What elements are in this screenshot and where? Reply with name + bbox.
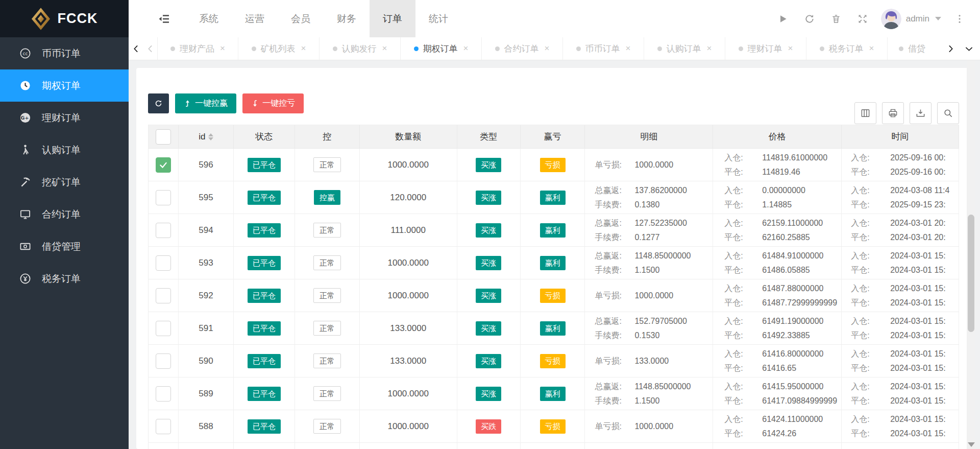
sidebar-item-5[interactable]: 合约订单 <box>0 198 129 230</box>
status-badge: 已平仓 <box>248 387 281 401</box>
header-cell-ctl: 控 <box>295 125 360 149</box>
trash-icon[interactable] <box>823 0 849 37</box>
sidebar-item-0[interactable]: cc币币订单 <box>0 37 129 69</box>
row-checkbox[interactable] <box>156 419 171 434</box>
status-badge: 已平仓 <box>248 223 281 238</box>
detail-value: 2024-03-01 20: <box>890 231 946 244</box>
nav-item-5[interactable]: 统计 <box>415 0 461 37</box>
row-checkbox[interactable] <box>156 386 171 401</box>
tab-1[interactable]: 矿机列表× <box>238 37 320 60</box>
detail-value: 2025-09-15 23: <box>890 199 946 211</box>
tab-close-icon[interactable]: × <box>382 43 387 54</box>
fullscreen-icon[interactable] <box>849 0 876 37</box>
sidebar-item-3[interactable]: 认购订单 <box>0 134 129 166</box>
refresh-table-button[interactable] <box>148 93 169 113</box>
scrollbar-down-arrow[interactable] <box>968 442 975 447</box>
tab-3[interactable]: 期权订单× <box>401 37 482 60</box>
ctl-normal-button[interactable]: 正常 <box>313 386 341 401</box>
search-icon[interactable] <box>937 102 959 124</box>
tab-close-icon[interactable]: × <box>869 43 874 54</box>
ctl-normal-button[interactable]: 正常 <box>313 223 341 238</box>
tab-close-icon[interactable]: × <box>626 43 631 54</box>
row-checkbox[interactable] <box>156 190 171 205</box>
grid-icon[interactable] <box>854 102 876 124</box>
tabs-scroll-right-icon[interactable] <box>943 37 958 60</box>
scrollbar-thumb[interactable] <box>968 215 974 332</box>
tabs-scroll-left-icon[interactable] <box>129 37 143 60</box>
sidebar-item-2[interactable]: G+理财订单 <box>0 102 129 134</box>
tab-7[interactable]: 理财订单× <box>725 37 806 60</box>
tab-5[interactable]: 币币订单× <box>563 37 644 60</box>
cell-price: 入仓:61487.88000000平仓:61487.72999999999 <box>713 279 842 312</box>
export-icon[interactable] <box>910 102 932 124</box>
sort-icon[interactable] <box>208 133 213 140</box>
nav-item-1[interactable]: 运营 <box>232 0 278 37</box>
cell-checkbox <box>149 214 179 247</box>
printer-icon[interactable] <box>882 102 904 124</box>
row-checkbox[interactable] <box>156 353 171 369</box>
detail-label: 手续费: <box>595 329 634 342</box>
tab-close-icon[interactable]: × <box>463 43 469 54</box>
ctl-normal-button[interactable]: 正常 <box>313 255 341 270</box>
ctl-normal-button[interactable]: 正常 <box>313 288 341 303</box>
person-icon <box>19 144 31 156</box>
force-win-button[interactable]: 一键控赢 <box>175 93 236 113</box>
cell-status: 已平仓 <box>234 377 295 410</box>
row-checkbox[interactable] <box>156 288 171 303</box>
table-row: 590已平仓正常133.0000买涨亏损单亏损:133.0000入仓:61416… <box>149 345 959 377</box>
ctl-normal-button[interactable]: 正常 <box>313 419 341 434</box>
nav-item-0[interactable]: 系统 <box>186 0 232 37</box>
detail-label: 入仓: <box>724 184 762 197</box>
ctl-normal-button[interactable]: 正常 <box>313 157 341 172</box>
sidebar-item-4[interactable]: 挖矿订单 <box>0 166 129 198</box>
arrow-up-icon <box>184 100 191 107</box>
vertical-scrollbar[interactable] <box>967 60 975 449</box>
mining-icon <box>19 176 31 188</box>
ctl-normal-button[interactable]: 正常 <box>313 353 341 368</box>
tab-dot <box>820 46 824 51</box>
status-badge: 已平仓 <box>248 419 281 434</box>
ctl-win-button[interactable]: 控赢 <box>314 190 340 205</box>
row-checkbox[interactable] <box>156 223 171 238</box>
tab-close-icon[interactable]: × <box>301 43 306 54</box>
row-checkbox[interactable] <box>156 255 171 271</box>
nav-item-2[interactable]: 会员 <box>278 0 324 37</box>
refresh-icon[interactable] <box>796 0 823 37</box>
status-badge: 已平仓 <box>248 191 281 205</box>
play-icon[interactable] <box>770 0 796 37</box>
tab-8[interactable]: 税务订单× <box>806 37 888 60</box>
tab-4[interactable]: 合约订单× <box>482 37 563 60</box>
detail-value: 2025-09-16 00: <box>890 166 946 178</box>
header-cell-price: 价格 <box>713 125 842 149</box>
cell-detail: 总赢返:1148.85000000手续费:1.1500 <box>585 377 713 410</box>
force-lose-button[interactable]: 一键控亏 <box>242 93 304 113</box>
username[interactable]: admin <box>906 14 929 24</box>
tabs-menu-icon[interactable] <box>958 37 980 60</box>
tab-close-icon[interactable]: × <box>545 43 550 54</box>
more-icon[interactable] <box>946 0 973 37</box>
sidebar-item-6[interactable]: 借贷管理 <box>0 230 129 263</box>
sidebar-item-1[interactable]: 期权订单 <box>0 69 129 102</box>
row-checkbox[interactable] <box>156 321 171 336</box>
row-checkbox[interactable] <box>156 157 171 173</box>
tab-6[interactable]: 认购订单× <box>644 37 725 60</box>
menu-fold-icon[interactable] <box>153 0 176 37</box>
tab-label: 认购订单 <box>667 43 701 55</box>
ctl-normal-button[interactable]: 正常 <box>313 321 341 336</box>
tab-close-icon[interactable]: × <box>788 43 793 54</box>
nav-item-3[interactable]: 财务 <box>324 0 370 37</box>
sidebar-item-7[interactable]: 税务订单 <box>0 263 129 295</box>
status-badge: 已平仓 <box>248 256 281 270</box>
tab-2[interactable]: 认购发行× <box>320 37 401 60</box>
tab-0[interactable]: 理财产品× <box>157 37 238 60</box>
tab-close-icon[interactable]: × <box>707 43 712 54</box>
cell-ctl: 正常 <box>295 377 360 410</box>
avatar[interactable] <box>881 9 901 29</box>
user-menu[interactable]: admin <box>876 9 946 29</box>
nav-item-4[interactable]: 订单 <box>370 0 415 37</box>
detail-label: 平仓: <box>724 199 762 211</box>
select-all-checkbox[interactable] <box>156 129 171 145</box>
tab-9[interactable]: 借贷 <box>888 37 930 60</box>
tab-close-icon[interactable]: × <box>220 43 225 54</box>
tabs-scroll-left2-icon[interactable] <box>143 37 157 60</box>
